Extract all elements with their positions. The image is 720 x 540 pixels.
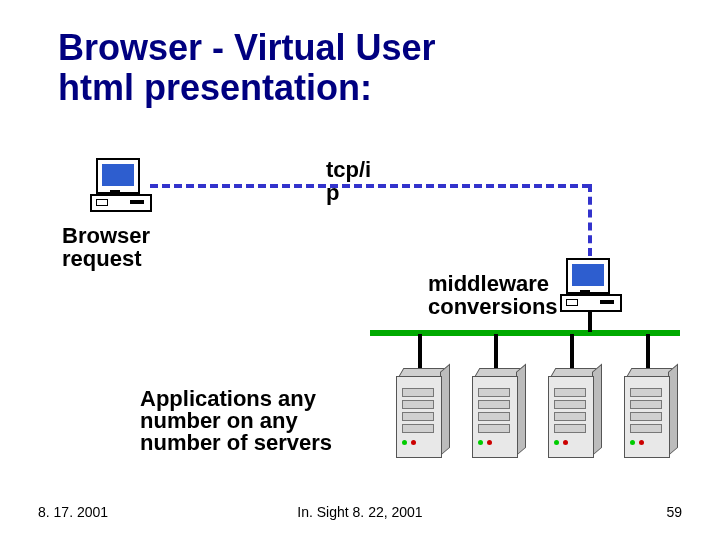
browser-request-label: Browser request (62, 224, 212, 270)
middleware-label: middleware conversions (428, 272, 568, 318)
server-icon-4 (624, 368, 676, 458)
server-icon-2 (472, 368, 524, 458)
slide: Browser - Virtual User html presentation… (0, 0, 720, 540)
footer-page: 59 (666, 504, 682, 520)
server-icon-3 (548, 368, 600, 458)
server-icon-1 (396, 368, 448, 458)
title-line-2: html presentation: (58, 67, 372, 108)
net-drop-3 (570, 334, 574, 370)
net-drop-middleware (588, 312, 592, 332)
net-drop-1 (418, 334, 422, 370)
network-bus (370, 330, 680, 336)
applications-label: Applications any number on any number of… (140, 388, 360, 454)
footer-center: In. Sight 8. 22, 2001 (0, 504, 720, 520)
net-drop-2 (494, 334, 498, 370)
title-line-1: Browser - Virtual User (58, 27, 435, 68)
slide-title: Browser - Virtual User html presentation… (58, 28, 435, 107)
middleware-pc-icon (560, 258, 620, 312)
tcpip-label: tcp/i p (326, 158, 371, 204)
net-drop-4 (646, 334, 650, 370)
client-pc-icon (90, 158, 150, 212)
tcpip-line-vertical (588, 184, 592, 256)
